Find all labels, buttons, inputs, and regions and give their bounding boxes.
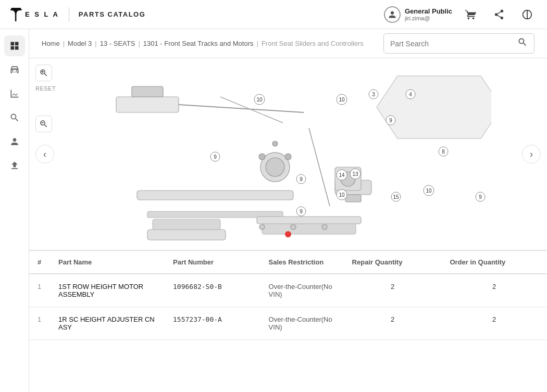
cell-partnum: 1096682-S0-B — [165, 274, 260, 307]
svg-text:9: 9 — [300, 209, 303, 214]
tesla-t-icon — [10, 8, 22, 21]
svg-text:8: 8 — [442, 149, 445, 155]
svg-text:10: 10 — [339, 192, 345, 198]
svg-point-6 — [266, 158, 284, 176]
table-header-row: # Part Name Part Number Sales Restrictio… — [29, 251, 547, 274]
search-area — [383, 33, 534, 54]
svg-text:9: 9 — [389, 118, 392, 123]
svg-text:9: 9 — [300, 176, 303, 182]
parts-diagram-area: RESET ‹ › — [29, 58, 547, 251]
svg-rect-2 — [116, 97, 179, 112]
svg-point-0 — [12, 70, 14, 72]
svg-point-24 — [291, 224, 296, 230]
col-header-order-qty: Order in Quantity — [441, 251, 547, 274]
svg-point-13 — [259, 154, 265, 160]
search-box[interactable] — [383, 33, 534, 54]
col-header-partnum: Part Number — [165, 251, 260, 274]
col-header-repair-qty: Repair Quantity — [344, 251, 442, 274]
svg-text:9: 9 — [214, 154, 217, 160]
col-header-sales: Sales Restriction — [260, 251, 344, 274]
nav-divider — [69, 7, 69, 22]
parts-diagram-svg: 10 10 3 4 9 — [85, 66, 491, 243]
top-navigation: E S L A PARTS CATALOG General Public jir… — [0, 0, 547, 29]
cell-name: 1ST ROW HEIGHT MOTOR ASSEMBLY — [50, 274, 165, 307]
svg-text:15: 15 — [393, 194, 399, 200]
svg-marker-22 — [377, 76, 491, 138]
svg-point-23 — [259, 224, 265, 230]
reset-label[interactable]: RESET — [35, 85, 56, 92]
svg-rect-21 — [262, 224, 356, 234]
cell-order-qty: 2 — [441, 274, 547, 307]
svg-text:14: 14 — [339, 172, 345, 178]
parts-table: # Part Name Part Number Sales Restrictio… — [29, 251, 547, 340]
cell-repair-qty: 2 — [344, 274, 442, 307]
user-name: General Public — [405, 7, 452, 15]
tesla-logo: E S L A — [10, 8, 59, 21]
sidebar-item-export[interactable] — [4, 155, 25, 176]
search-icon[interactable] — [517, 37, 528, 50]
sidebar-item-car[interactable] — [4, 59, 25, 80]
breadcrumb-tracks[interactable]: 1301 - Front Seat Tracks and Motors — [143, 40, 254, 47]
user-email: jiri.zima@ — [405, 15, 452, 21]
cell-name: 1R SC HEIGHT ADJUSTER CN ASY — [50, 307, 165, 340]
zoom-out-button[interactable] — [35, 116, 52, 132]
cell-num: 1 — [29, 307, 50, 340]
svg-text:13: 13 — [352, 171, 358, 177]
breadcrumb-model3[interactable]: Model 3 — [68, 40, 92, 47]
user-avatar — [384, 6, 401, 23]
breadcrumb-home[interactable]: Home — [42, 40, 60, 47]
zoom-in-button[interactable] — [35, 65, 52, 81]
svg-text:3: 3 — [372, 92, 375, 97]
selected-part-indicator — [285, 231, 291, 237]
parts-table-container: # Part Name Part Number Sales Restrictio… — [29, 251, 547, 392]
cell-sales: Over-the-Counter(No VIN) — [260, 307, 344, 340]
nav-right-area: General Public jiri.zima@ — [384, 5, 537, 24]
user-info-area[interactable]: General Public jiri.zima@ — [384, 6, 452, 23]
sidebar — [0, 29, 29, 392]
svg-text:4: 4 — [409, 92, 412, 97]
svg-rect-26 — [147, 230, 226, 240]
svg-point-25 — [322, 224, 327, 230]
sidebar-item-search[interactable] — [4, 107, 25, 128]
svg-rect-20 — [257, 217, 361, 224]
cell-repair-qty: 2 — [344, 307, 442, 340]
cell-order-qty: 2 — [441, 307, 547, 340]
svg-text:10: 10 — [339, 97, 345, 103]
svg-point-1 — [16, 70, 17, 72]
svg-rect-27 — [153, 219, 220, 230]
globe-button[interactable] — [518, 5, 537, 24]
cell-num: 1 — [29, 274, 50, 307]
svg-line-16 — [309, 128, 330, 206]
svg-point-14 — [285, 154, 291, 160]
table-row[interactable]: 1 1ST ROW HEIGHT MOTOR ASSEMBLY 1096682-… — [29, 274, 547, 307]
col-header-name: Part Name — [50, 251, 165, 274]
svg-rect-7 — [137, 191, 293, 200]
svg-line-10 — [220, 97, 283, 123]
svg-text:10: 10 — [256, 97, 263, 103]
diagram-controls: RESET — [35, 65, 56, 132]
cell-partnum: 1557237-00-A — [165, 307, 260, 340]
breadcrumb-current: Front Seat Sliders and Controllers — [262, 40, 364, 47]
svg-rect-3 — [132, 86, 163, 97]
cell-sales: Over-the-Counter(No VIN) — [260, 274, 344, 307]
prev-diagram-button[interactable]: ‹ — [35, 145, 54, 163]
user-details: General Public jiri.zima@ — [405, 7, 452, 21]
breadcrumb-seats[interactable]: 13 - SEATS — [100, 40, 135, 47]
svg-point-15 — [272, 141, 278, 146]
svg-text:9: 9 — [479, 194, 482, 200]
catalog-title: PARTS CATALOG — [79, 10, 146, 18]
svg-text:10: 10 — [426, 188, 432, 194]
svg-rect-12 — [345, 195, 361, 202]
share-button[interactable] — [490, 5, 508, 24]
search-input[interactable] — [390, 40, 517, 48]
sidebar-item-grid[interactable] — [4, 35, 25, 56]
table-row[interactable]: 1 1R SC HEIGHT ADJUSTER CN ASY 1557237-0… — [29, 307, 547, 340]
next-diagram-button[interactable]: › — [522, 145, 541, 163]
breadcrumb-bar: Home | Model 3 | 13 - SEATS | 1301 - Fro… — [29, 29, 547, 58]
sidebar-item-chart[interactable] — [4, 83, 25, 104]
breadcrumb: Home | Model 3 | 13 - SEATS | 1301 - Fro… — [42, 40, 364, 47]
cart-button[interactable] — [462, 5, 480, 24]
sidebar-item-person[interactable] — [4, 131, 25, 152]
col-header-num: # — [29, 251, 50, 274]
main-content: Home | Model 3 | 13 - SEATS | 1301 - Fro… — [29, 29, 547, 392]
